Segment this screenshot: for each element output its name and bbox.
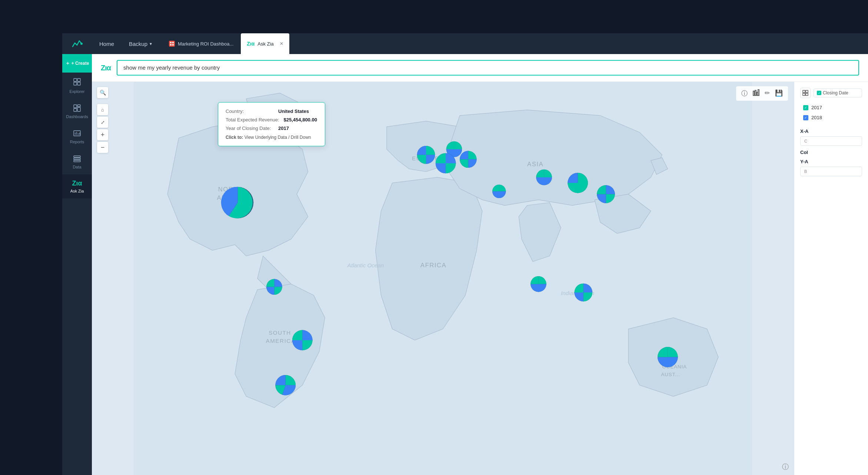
map-toolbar: ⓘ ✏ 💾 <box>736 86 788 101</box>
sidebar-item-dashboards[interactable]: Dashboards <box>62 99 92 124</box>
tooltip-country-value: United States <box>278 108 309 114</box>
tab-ask-zia[interactable]: Ζια Ask Zia ✕ <box>241 33 289 54</box>
dashboards-icon <box>73 104 81 113</box>
tooltip-revenue-value: $25,454,800.00 <box>284 117 317 123</box>
search-icon: 🔍 <box>100 90 106 96</box>
tooltip-click-action: View Underlying Data / Drill Down <box>245 135 311 140</box>
brand-logo-icon <box>71 38 83 50</box>
svg-rect-48 <box>753 91 754 96</box>
zoom-out-button[interactable]: − <box>97 142 108 153</box>
nav-item-backup[interactable]: Backup ▼ <box>122 33 160 54</box>
sidebar-label-data: Data <box>73 165 81 169</box>
search-input[interactable] <box>123 64 852 71</box>
svg-rect-4 <box>172 44 174 46</box>
tooltip-year-label: Year of Closing Date: <box>226 126 274 131</box>
expand-zoom-button[interactable]: ⤢ <box>97 117 108 128</box>
reports-icon <box>73 129 81 138</box>
svg-rect-49 <box>755 90 756 96</box>
legend-checkbox-icon: ✓ <box>817 91 821 95</box>
home-zoom-button[interactable]: ⌂ <box>97 104 108 115</box>
svg-rect-11 <box>74 108 77 111</box>
tooltip-revenue-label: Total Expected Revenue: <box>226 117 279 123</box>
svg-text:AFRICA: AFRICA <box>420 262 446 269</box>
sidebar-label-explorer: Explorer <box>70 89 85 94</box>
svg-rect-7 <box>74 82 77 85</box>
svg-text:SOUTH: SOUTH <box>269 330 291 336</box>
zia-logo-text: Ζια <box>101 64 111 72</box>
svg-rect-18 <box>74 156 80 157</box>
expand-icon: ⤢ <box>101 120 105 125</box>
zoom-controls: ⌂ ⤢ + − <box>97 104 108 153</box>
tab-marketing-roi[interactable]: Marketing ROI Dashboa... <box>163 33 239 54</box>
svg-rect-1 <box>170 42 172 43</box>
legend-checkbox-2017: ✓ <box>803 105 808 110</box>
svg-rect-12 <box>77 107 80 111</box>
nav-item-home[interactable]: Home <box>92 33 122 54</box>
svg-text:ASIA: ASIA <box>527 161 543 168</box>
sidebar-item-explorer[interactable]: Explorer <box>62 73 92 99</box>
map-container: NORTH AMERICA SOUTH AMERICA AFRICA ASIA … <box>92 82 794 475</box>
home-icon: ⌂ <box>101 107 104 113</box>
tooltip-country-label: Country: <box>226 108 274 114</box>
svg-rect-55 <box>806 93 808 96</box>
sidebar-item-data[interactable]: Data <box>62 149 92 174</box>
explorer-icon <box>73 78 81 88</box>
y-axis-field: B <box>800 167 862 176</box>
svg-rect-10 <box>77 105 80 107</box>
tooltip-popup: Country: United States Total Expected Re… <box>218 102 325 146</box>
nav-logo <box>62 33 92 54</box>
map-info-icon[interactable]: ⓘ <box>782 462 789 471</box>
svg-text:AUST...: AUST... <box>661 372 680 377</box>
tab-zia-icon: Ζια <box>247 41 255 47</box>
legend-checkbox-2018: ✓ <box>803 115 808 120</box>
map-search-button[interactable]: 🔍 <box>97 87 108 98</box>
legend-item-2017[interactable]: ✓ 2017 <box>800 103 862 113</box>
legend-item-2018[interactable]: ✓ 2018 <box>800 113 862 123</box>
sidebar-label-dashboards: Dashboards <box>66 114 88 119</box>
svg-rect-5 <box>74 78 77 81</box>
svg-rect-53 <box>806 90 808 93</box>
plus-icon: ＋ <box>65 60 70 67</box>
svg-rect-6 <box>77 78 80 81</box>
tab-close-icon[interactable]: ✕ <box>280 41 283 46</box>
svg-rect-20 <box>74 160 80 162</box>
svg-point-0 <box>80 43 83 45</box>
svg-rect-8 <box>77 82 80 85</box>
sidebar-item-ask-zia[interactable]: Ζια Ask Zia <box>62 174 92 198</box>
tooltip-click-hint: Click to: View Underlying Data / Drill D… <box>226 135 317 140</box>
y-axis-section-label: Y-A <box>800 159 862 164</box>
tooltip-year-value: 2017 <box>278 126 289 131</box>
svg-rect-2 <box>172 42 174 43</box>
svg-rect-51 <box>758 90 759 96</box>
create-button[interactable]: ＋ + Create <box>62 54 92 73</box>
zoom-in-button[interactable]: + <box>97 129 108 140</box>
legend-toggle-icon[interactable] <box>800 88 811 98</box>
svg-text:Atlantic Ocean: Atlantic Ocean <box>347 262 384 268</box>
x-axis-field: C <box>800 136 862 146</box>
sidebar-label-reports: Reports <box>70 140 84 144</box>
world-map-svg: NORTH AMERICA SOUTH AMERICA AFRICA ASIA … <box>92 82 794 475</box>
x-axis-label: X-A <box>800 128 862 134</box>
zia-search-bar: Ζια <box>92 54 868 82</box>
chart-toolbar-icon[interactable] <box>753 89 759 98</box>
data-icon <box>73 154 81 163</box>
tooltip-click-label: Click to: <box>226 135 243 140</box>
legend-field-label: ✓ Closing Date <box>814 88 862 97</box>
color-label: Col <box>800 150 862 155</box>
tab-marketing-icon <box>169 41 175 47</box>
edit-toolbar-icon[interactable]: ✏ <box>765 89 770 98</box>
svg-rect-19 <box>74 158 80 160</box>
svg-text:AMERICA: AMERICA <box>266 338 296 344</box>
save-toolbar-icon[interactable]: 💾 <box>775 89 783 98</box>
chevron-down-icon: ▼ <box>149 42 153 46</box>
ask-zia-sidebar-icon: Ζια <box>72 180 82 187</box>
svg-rect-3 <box>170 44 172 46</box>
info-toolbar-icon[interactable]: ⓘ <box>741 89 748 98</box>
svg-rect-52 <box>803 90 805 93</box>
svg-rect-54 <box>803 93 805 96</box>
sidebar-label-ask-zia: Ask Zia <box>70 189 84 193</box>
svg-rect-9 <box>74 105 77 108</box>
sidebar-item-reports[interactable]: Reports <box>62 124 92 149</box>
right-panel: ✓ Closing Date ✓ 2017 ✓ 2018 X-A C <box>794 82 868 475</box>
